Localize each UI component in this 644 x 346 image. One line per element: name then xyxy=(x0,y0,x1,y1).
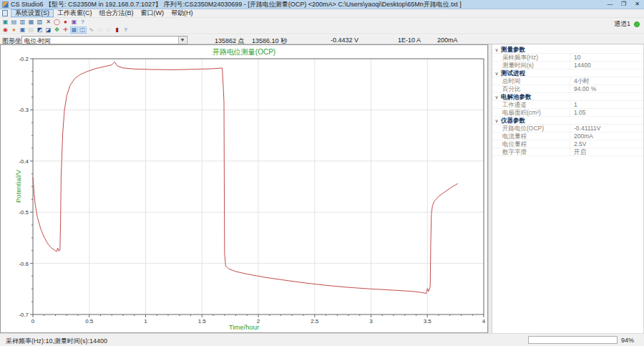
edit-method-icon[interactable]: ✕ xyxy=(44,19,52,26)
param-value: 14400 xyxy=(570,62,643,69)
progress-percent-label: 94% xyxy=(621,337,634,344)
menu-item-worksheet-window[interactable]: 工作表窗(C) xyxy=(54,9,96,17)
print-icon: ▤ xyxy=(27,27,35,34)
grid-toggle-icon[interactable]: ▦ xyxy=(70,27,78,34)
param-label: 电极面积(cm²) xyxy=(492,109,570,116)
param-section-title: 测试进程 xyxy=(501,69,525,77)
param-section-header[interactable]: ∨测量参数 xyxy=(492,46,643,54)
pause-icon[interactable]: ● xyxy=(10,27,18,34)
zoom-select-icon: ▭ xyxy=(96,27,104,34)
instrument-settings-icon[interactable]: ▣ xyxy=(70,19,78,26)
screenshot-icon[interactable]: ▣ xyxy=(19,27,26,34)
menu-item-window[interactable]: 窗口(W) xyxy=(137,9,168,17)
param-value: 200mA xyxy=(570,133,643,140)
workspace-icon[interactable]: ▧ xyxy=(36,19,44,26)
app-icon xyxy=(2,1,9,8)
channel-status-icon xyxy=(634,21,640,27)
record-icon[interactable]: ◉ xyxy=(1,27,9,34)
chevron-down-icon: ▼ xyxy=(178,37,186,44)
param-value: 2.5V xyxy=(570,140,643,148)
param-section-header[interactable]: ∨仪器参数 xyxy=(492,117,643,125)
readout-current-range: 200mA xyxy=(437,37,458,44)
param-row: 电极面积(cm²)1.05 xyxy=(492,109,643,117)
export-data-icon[interactable]: ◪ xyxy=(44,27,52,34)
svg-text:-0.5: -0.5 xyxy=(19,209,29,216)
menu-item-help[interactable]: 帮助(H) xyxy=(167,9,197,17)
param-row: 测量时间(s)14400 xyxy=(492,62,643,69)
help-icon[interactable]: ? xyxy=(79,19,87,26)
help-icon-2[interactable]: ? xyxy=(122,27,130,34)
param-value: 10 xyxy=(570,54,643,61)
param-row: 数字平滑开启 xyxy=(492,148,643,156)
status-summary: 采样频率(Hz):10,测量时间(s):14400 xyxy=(6,337,107,346)
param-value: 1 xyxy=(570,101,643,108)
param-value: -0.41111V xyxy=(570,125,643,132)
param-label: 电位量程 xyxy=(492,140,570,148)
collapse-icon: ∨ xyxy=(492,93,501,101)
svg-text:-0.2: -0.2 xyxy=(19,56,29,62)
svg-text:-0.4: -0.4 xyxy=(19,158,29,165)
param-row: 电流量程200mA xyxy=(492,133,643,140)
marker-icon[interactable]: ▮ xyxy=(113,27,121,34)
menu-item-combined-method[interactable]: 组合方法(B) xyxy=(96,9,137,17)
menu-bar: 系统设置(S) 工作表窗(C) 组合方法(B) 窗口(W) 帮助(H) xyxy=(0,9,644,18)
param-label: 采样频率(Hz) xyxy=(492,54,570,61)
param-row: 开路电位(OCP)-0.41111V xyxy=(492,125,643,133)
param-value: 1.05 xyxy=(570,109,643,116)
connect-device-icon[interactable]: ▣ xyxy=(1,19,9,26)
stop-test-icon[interactable]: ● xyxy=(62,19,69,26)
toolbar-row-2: ◉●▣▤◩◪✥✛▦◫∿▭▱▮? xyxy=(0,26,644,34)
open-file-icon[interactable]: ▥ xyxy=(19,19,26,26)
param-section-title: 仪器参数 xyxy=(501,117,525,124)
param-section-title: 电解池参数 xyxy=(501,93,532,100)
param-label: 电流量程 xyxy=(492,133,570,140)
status-bar: 采样频率(Hz):10,测量时间(s):14400 94% xyxy=(0,333,644,346)
channel-label: 通道1 xyxy=(614,19,630,29)
collapse-icon: ∨ xyxy=(492,117,501,125)
coordinate-bar: 图形坐标 电位-时间 ▼ 135862 点 13586.10 秒 -0.4432… xyxy=(0,34,644,44)
svg-text:0.5: 0.5 xyxy=(85,318,94,325)
chart-panel: 开路电位测量(OCP) Potential/V Time/hour 00.511… xyxy=(0,44,488,333)
param-label: 工作通道 xyxy=(492,101,570,108)
param-label: 开路电位(OCP) xyxy=(492,125,570,132)
param-label: 数字平滑 xyxy=(492,148,570,155)
param-value: 4小时 xyxy=(570,77,643,85)
curve-overlay-icon[interactable]: ∿ xyxy=(87,27,95,34)
svg-text:0: 0 xyxy=(31,318,35,325)
svg-text:1.5: 1.5 xyxy=(198,318,207,325)
param-section-title: 测量参数 xyxy=(501,46,525,53)
window-controls: — ❐ ✕ xyxy=(603,0,644,9)
minimize-button[interactable]: — xyxy=(603,0,617,9)
window-title: CS Studio6 【型号: CS2350M in 192.168.0.7:1… xyxy=(11,0,603,9)
close-button[interactable]: ✕ xyxy=(630,0,644,9)
param-value: 94.00 % xyxy=(570,85,643,92)
readout-voltage: -0.4432 V xyxy=(331,37,358,44)
param-row: 百分比94.00 % xyxy=(492,85,643,93)
svg-text:-0.3: -0.3 xyxy=(19,107,29,113)
run-test-icon[interactable]: ◯ xyxy=(53,19,61,26)
crosshair-icon[interactable]: ✛ xyxy=(62,27,69,34)
save-data-icon[interactable]: ◩ xyxy=(36,27,44,34)
axis-mode-dropdown[interactable]: 电位-时间 ▼ xyxy=(21,36,187,44)
param-row: 工作通道1 xyxy=(492,101,643,109)
maximize-button[interactable]: ❐ xyxy=(617,0,630,9)
param-section-header[interactable]: ∨测试进程 xyxy=(492,69,643,77)
ocp-curve-plot[interactable]: 00.511.522.533.54-0.2-0.3-0.4-0.5-0.6-0.… xyxy=(1,45,487,332)
param-value: 开启 xyxy=(570,148,643,155)
menu-item-system-settings[interactable]: 系统设置(S) xyxy=(11,9,54,17)
param-section-header[interactable]: ∨电解池参数 xyxy=(492,93,643,101)
collapse-icon: ∨ xyxy=(492,69,501,77)
progress-bar xyxy=(528,336,618,344)
collapse-icon: ∨ xyxy=(492,46,501,54)
split-view-icon[interactable]: ◫ xyxy=(79,27,87,34)
toolbar-row-1: ▣▤▥▦▧✕◯●▣? xyxy=(0,18,644,26)
save-file-icon[interactable]: ▦ xyxy=(27,19,35,26)
channel-indicator: 通道1 xyxy=(614,19,640,29)
pan-view-icon[interactable]: ✥ xyxy=(53,27,61,34)
svg-text:4: 4 xyxy=(482,318,486,325)
title-bar: CS Studio6 【型号: CS2350M in 192.168.0.7:1… xyxy=(0,0,644,9)
annotate-icon: ▱ xyxy=(104,27,112,34)
new-experiment-icon[interactable]: ▤ xyxy=(10,19,18,26)
svg-text:-0.6: -0.6 xyxy=(19,261,29,267)
param-row: 采样频率(Hz)10 xyxy=(492,54,643,62)
